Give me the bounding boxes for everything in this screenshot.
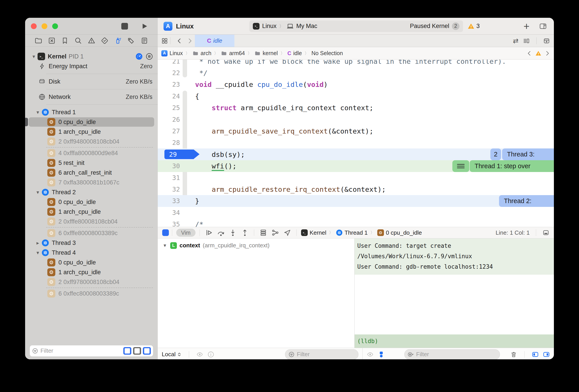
line-number[interactable]: 28 [158, 137, 180, 149]
info-icon[interactable] [207, 351, 215, 358]
editor-options-icon[interactable] [523, 38, 530, 44]
show-paused-only-button[interactable] [123, 347, 131, 355]
stack-frame-row[interactable]: ⚙6 0xfffe80008003389c [25, 228, 158, 238]
destination-name[interactable]: My Mac [296, 23, 317, 30]
line-number[interactable]: 22 [158, 67, 180, 79]
quicklook-icon[interactable] [366, 351, 374, 358]
line-number[interactable]: 25 [158, 102, 180, 114]
issue-warning-icon[interactable] [535, 50, 541, 56]
stack-frame-row[interactable]: ⚙1 arch_cpu_idle [25, 267, 158, 277]
run-button[interactable] [141, 22, 148, 30]
line-number[interactable]: 35 [158, 219, 180, 227]
code-line-21[interactable]: 21 * not wake up if we block the wake up… [158, 60, 554, 67]
thread-row-2[interactable]: ▾Thread 2 [25, 187, 158, 197]
code-line-26[interactable]: 26 [158, 114, 554, 125]
breakpoint-navigator-icon[interactable] [127, 37, 135, 45]
view-stack-icon[interactable] [259, 229, 268, 237]
debug-crumb-0-cpu_do_idle[interactable]: ⚙0 cpu_do_idle [377, 229, 422, 236]
show-crashed-only-button[interactable] [133, 347, 141, 355]
stack-frame-row[interactable]: ⚙0 cpu_do_idle [25, 258, 158, 267]
scope-selector[interactable]: Local [162, 351, 182, 358]
stack-frame-row[interactable]: ⚙0 cpu_do_idle [25, 117, 158, 127]
disclosure-chevron-icon[interactable]: ▾ [34, 189, 42, 195]
line-number[interactable]: 29 [158, 149, 180, 160]
code-line-24[interactable]: 24{ [158, 90, 554, 102]
thread-annotation-label[interactable]: Thread 3: [502, 149, 554, 160]
previous-issue-icon[interactable] [526, 50, 533, 56]
stack-frame-row[interactable]: ⚙1 arch_cpu_idle [25, 127, 158, 137]
close-button[interactable] [31, 23, 37, 29]
code-line-34[interactable]: 34 [158, 207, 554, 219]
disclosure-chevron-icon[interactable]: ▾ [162, 242, 167, 248]
lldb-prompt[interactable]: (lldb) [355, 334, 554, 348]
gauge-row-disk[interactable]: DiskZero KB/s [25, 77, 158, 86]
code-line-27[interactable]: 27 arm_cpuidle_save_irq_context(&context… [158, 125, 554, 137]
disclosure-chevron-icon[interactable]: ▾ [34, 250, 42, 256]
code-line-31[interactable]: 31 [158, 172, 554, 184]
step-over-icon[interactable] [216, 229, 225, 237]
stop-button[interactable] [121, 23, 128, 30]
breakpoints-toggle[interactable] [162, 229, 169, 236]
stack-frame-row[interactable]: ⚙2 0xff9780008108cb04 [25, 277, 158, 287]
thread-row-1[interactable]: ▾Thread 1 [25, 107, 158, 117]
show-stack-only-button[interactable] [143, 347, 151, 355]
zoom-button[interactable] [52, 23, 58, 29]
jumpbar-item-kernel[interactable]: kernel [254, 50, 278, 56]
test-navigator-icon[interactable] [101, 37, 109, 45]
jumpbar-item-no-selection[interactable]: No Selection [311, 50, 343, 56]
vim-mode-badge[interactable]: Vim [176, 229, 196, 237]
tab-overview-icon[interactable] [161, 38, 168, 44]
stack-frame-row[interactable]: ⚙5 rest_init [25, 158, 158, 168]
add-tab-button[interactable]: + [523, 21, 529, 31]
jumpbar-item-linux[interactable]: ALinux [161, 50, 183, 56]
code-line-22[interactable]: 22 */ [158, 67, 554, 79]
quicklook-icon[interactable] [196, 351, 203, 358]
simulate-location-icon[interactable] [283, 229, 292, 237]
thread-row-3[interactable]: ▸Thread 3 [25, 238, 158, 248]
gauge-row-network[interactable]: NetworkZero KB/s [25, 92, 158, 102]
console-filter-input[interactable]: Filter [404, 349, 500, 360]
line-number[interactable]: 32 [158, 183, 180, 195]
issue-navigator-icon[interactable] [87, 37, 95, 45]
inspector-toggle-icon[interactable] [538, 23, 548, 30]
process-row-kernel[interactable]: ▾ >_ Kernel PID 1 [25, 52, 158, 61]
hide-debug-area-icon[interactable] [542, 229, 549, 236]
find-navigator-icon[interactable] [74, 37, 82, 45]
variables-view[interactable]: ▾ L context (arm_cpuidle_irq_context) [158, 238, 355, 348]
debug-crumb-kernel[interactable]: >_Kernel [301, 229, 326, 236]
project-navigator-icon[interactable] [34, 37, 42, 45]
disclosure-chevron-icon[interactable]: ▸ [34, 240, 42, 246]
debugger-output-icon[interactable] [378, 351, 385, 358]
report-navigator-icon[interactable] [141, 37, 148, 45]
line-number[interactable]: 34 [158, 207, 180, 219]
gauge-row-energy-impact[interactable]: Energy ImpactZero [25, 61, 158, 71]
code-line-25[interactable]: 25 struct arm_cpuidle_irq_context contex… [158, 102, 554, 114]
show-variables-view-icon[interactable] [532, 351, 539, 358]
line-number[interactable]: 21 [158, 60, 180, 67]
debug-crumb-thread-1[interactable]: Thread 1 [336, 229, 368, 236]
variable-row[interactable]: ▾ L context (arm_cpuidle_irq_context) [158, 238, 354, 249]
line-number[interactable]: 27 [158, 125, 180, 137]
warning-summary[interactable]: 3 [467, 23, 480, 30]
thread-row-4[interactable]: ▾Thread 4 [25, 248, 158, 258]
disclosure-chevron-icon[interactable]: ▾ [30, 54, 38, 60]
code-line-35[interactable]: 35/* [158, 219, 554, 227]
back-icon[interactable] [176, 38, 183, 44]
thread-annotation-label[interactable]: Thread 2: [499, 195, 554, 207]
line-number[interactable]: 24 [158, 90, 180, 102]
forward-icon[interactable] [186, 38, 193, 44]
stack-frame-row[interactable]: ⚙4 0xfffa8000800d9e84 [25, 148, 158, 158]
code-line-28[interactable]: 28 [158, 137, 554, 149]
variables-filter-input[interactable]: Filter [285, 349, 358, 360]
disclosure-chevron-icon[interactable]: ▾ [34, 109, 42, 115]
console-view[interactable]: User Command: target create/Volumes/Work… [355, 238, 554, 348]
source-control-navigator-icon[interactable] [48, 37, 56, 45]
line-number[interactable]: 26 [158, 114, 180, 125]
stack-frame-row[interactable]: ⚙7 0xffa3800081b1067c [25, 177, 158, 187]
line-number[interactable]: 23 [158, 79, 180, 90]
window-titlebar[interactable] [25, 18, 158, 35]
minimize-button[interactable] [42, 23, 47, 29]
thread-annotation-label[interactable]: Thread 1: step over [470, 160, 554, 172]
stack-frame-row[interactable]: ⚙1 arch_cpu_idle [25, 207, 158, 217]
jumpbar-item-arch[interactable]: arch [192, 50, 212, 56]
